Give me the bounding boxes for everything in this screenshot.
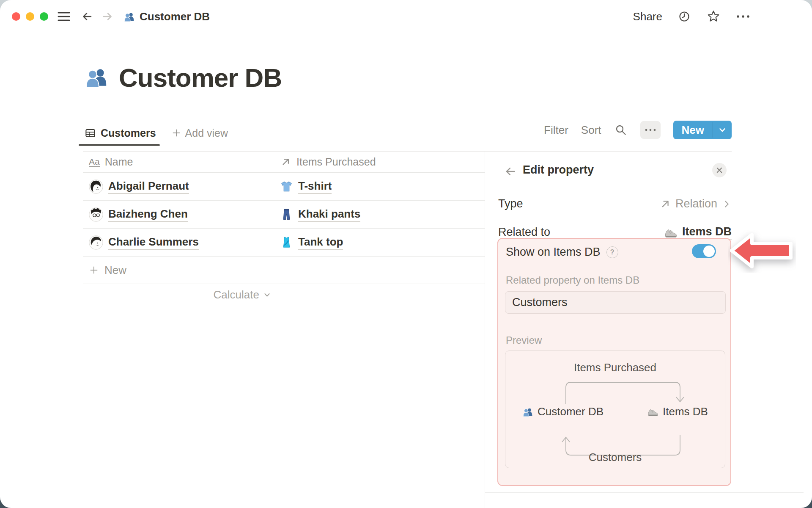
panel-section-divider [485,492,804,493]
view-tabs: Customers Add view [83,122,228,144]
relation-link[interactable]: Tank top [298,235,343,250]
show-toggle-row: Show on Items DB ? [506,246,618,259]
tshirt-icon [280,180,293,193]
page-title[interactable]: Customer DB [119,63,282,93]
show-on-items-db-toggle[interactable] [692,244,716,258]
page-link[interactable]: Charlie Summers [108,235,199,250]
related-to-row-value[interactable]: Items DB [634,225,732,240]
page-link[interactable]: Abigail Pernaut [108,179,189,194]
table-view-icon [85,127,96,139]
add-view-label: Add view [185,127,228,139]
people-icon[interactable] [84,65,109,91]
items-cell[interactable]: Khaki pants [273,201,485,228]
active-tab-underline [79,144,160,146]
breadcrumb-title: Customer DB [140,10,210,23]
related-property-label: Related property on Items DB [506,274,639,286]
more-ellipsis-icon[interactable] [736,14,750,19]
chevron-right-icon [721,199,732,210]
related-property-input[interactable] [505,291,726,314]
tab-customers[interactable]: Customers [83,127,159,139]
new-button-dropdown[interactable] [713,121,732,139]
show-on-items-db-section: Show on Items DB ? Related property on I… [497,238,731,486]
related-db-link[interactable]: Items DB [682,225,732,240]
type-row-label: Type [498,197,523,210]
traffic-lights [12,12,48,21]
topbar: Customer DB Share [0,0,812,33]
close-icon[interactable] [712,163,727,177]
new-row-button[interactable]: New [83,257,485,284]
chevron-down-icon [263,291,271,298]
app-window: Customer DB Share Customer DB Customers [0,0,812,508]
search-icon[interactable] [614,123,628,137]
forward-arrow-icon[interactable] [101,10,114,23]
sneaker-icon [647,406,658,417]
help-icon[interactable]: ? [606,246,618,258]
chevron-down-icon [718,126,727,134]
relation-property-icon [280,156,291,168]
star-favorite-icon[interactable] [706,9,721,24]
type-value-label: Relation [675,197,717,210]
relation-link[interactable]: T-shirt [298,179,332,194]
topbar-actions: Share [633,9,750,24]
text-property-icon: Aa [89,157,100,167]
table-header-row: Aa Name Items Purchased [83,152,485,173]
back-arrow-icon[interactable] [80,10,94,23]
type-row-value[interactable]: Relation [634,197,732,210]
calculate-button[interactable]: Calculate [83,288,273,301]
people-icon [522,406,533,417]
page-header: Customer DB [84,63,282,93]
panel-back-arrow-icon[interactable] [503,164,518,180]
column-header-name[interactable]: Aa Name [83,152,273,172]
history-clock-icon[interactable] [678,10,691,23]
relation-arrow-right-icon [560,378,686,405]
column-label: Items Purchased [296,156,376,168]
plus-icon [89,265,99,275]
items-cell[interactable]: Tank top [273,229,485,256]
preview-label: Preview [506,334,542,346]
name-cell[interactable]: Charlie Summers [83,229,273,256]
preview-right-db-label: Items DB [663,405,708,418]
items-cell[interactable]: T-shirt [273,173,485,200]
tab-label: Customers [101,127,156,139]
column-header-items-purchased[interactable]: Items Purchased [273,152,485,172]
preview-customer-db: Customer DB [522,405,604,418]
toggle-knob [703,246,715,257]
new-row-label: New [104,264,126,277]
plus-icon [171,128,181,138]
close-window-button[interactable] [12,12,20,21]
table-row: Baizheng Chen Khaki pants [83,201,485,229]
panel-divider [485,152,485,508]
minimize-window-button[interactable] [26,12,34,21]
name-cell[interactable]: Baizheng Chen [83,201,273,228]
show-toggle-label: Show on Items DB [506,246,601,259]
view-toolbar: Filter Sort New [465,120,732,140]
relation-link[interactable]: Khaki pants [298,207,360,222]
calculate-label: Calculate [214,288,259,301]
preview-bottom-relation-label: Customers [505,451,725,464]
related-to-row-label: Related to [498,226,550,239]
zoom-window-button[interactable] [40,12,48,21]
annotation-arrow-icon [728,230,796,273]
relation-preview-diagram: Items Purchased Customer DB Items DB Cus… [505,351,725,468]
jeans-icon [280,208,293,221]
page-link[interactable]: Baizheng Chen [108,207,188,222]
breadcrumb[interactable]: Customer DB [123,10,210,23]
preview-left-db-label: Customer DB [538,405,604,418]
column-label: Name [105,156,133,168]
customers-table: Aa Name Items Purchased Abigail Pernaut … [83,152,485,284]
sidebar-menu-icon[interactable] [58,11,70,22]
tanktop-icon [280,236,293,249]
name-cell[interactable]: Abigail Pernaut [83,173,273,200]
view-options-ellipsis-icon[interactable] [640,121,661,139]
share-button[interactable]: Share [633,10,662,23]
sneaker-icon [664,226,678,239]
relation-property-icon [659,198,671,210]
add-view-button[interactable]: Add view [171,127,228,139]
avatar [89,207,103,222]
new-button[interactable]: New [673,121,713,139]
avatar [89,235,103,250]
filter-button[interactable]: Filter [544,124,568,137]
preview-top-relation-label: Items Purchased [505,361,725,374]
sort-button[interactable]: Sort [581,124,601,137]
table-row: Abigail Pernaut T-shirt [83,173,485,201]
